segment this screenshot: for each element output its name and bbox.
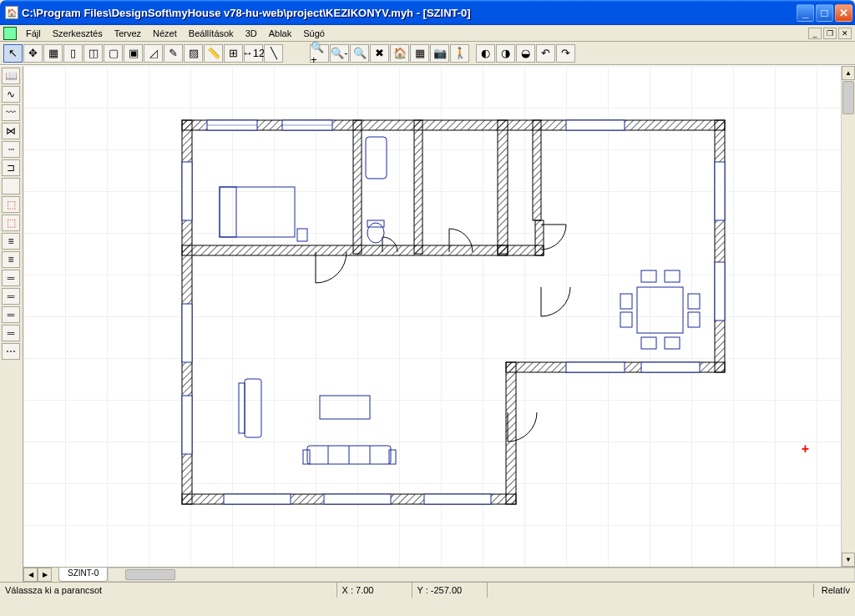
tool-zoom-out[interactable]: 🔍-	[330, 44, 349, 63]
svg-rect-13	[533, 120, 541, 220]
tool-redo[interactable]: ↷	[556, 44, 575, 63]
hscroll-left-button[interactable]: ◀	[23, 568, 38, 582]
menu-window[interactable]: Ablak	[263, 27, 298, 40]
tool-arc1[interactable]: ◐	[476, 44, 495, 63]
svg-rect-35	[245, 379, 261, 437]
tool-column[interactable]: ▯	[63, 44, 83, 63]
side-h1[interactable]: ≡	[2, 233, 20, 250]
svg-rect-46	[665, 270, 680, 282]
horizontal-scrollbar[interactable]	[108, 568, 855, 582]
mdi-minimize-button[interactable]: _	[808, 28, 822, 39]
side-blank[interactable]	[2, 178, 20, 194]
svg-rect-48	[665, 337, 680, 349]
tool-render[interactable]: ▦	[410, 44, 429, 63]
tool-settings[interactable]: ✖	[370, 44, 389, 63]
main-toolbar: ↖ ✥ ▦ ▯ ◫ ▢ ▣ ◿ ✎ ▨ 📏 ⊞ ↔12 ╲ 🔍+ 🔍- 🔍 ✖ …	[0, 42, 855, 65]
tool-arc2[interactable]: ◑	[496, 44, 515, 63]
svg-rect-12	[535, 220, 544, 255]
menu-file[interactable]: Fájl	[20, 27, 47, 40]
side-h6[interactable]: ═	[2, 325, 20, 341]
side-h3[interactable]: ═	[2, 270, 20, 286]
hscroll-thumb[interactable]	[125, 569, 175, 580]
tool-line[interactable]: ╲	[264, 44, 283, 63]
svg-rect-51	[688, 294, 700, 309]
tool-camera[interactable]: 📷	[430, 44, 449, 63]
side-h5[interactable]: ═	[2, 306, 20, 323]
svg-rect-17	[182, 162, 192, 220]
mdi-close-button[interactable]: ✕	[838, 28, 852, 39]
svg-rect-20	[224, 494, 291, 504]
tool-paint[interactable]: ▨	[184, 44, 203, 63]
svg-rect-45	[641, 270, 656, 282]
svg-rect-52	[688, 312, 700, 327]
tool-zoom-in[interactable]: 🔍+	[310, 44, 329, 63]
svg-rect-49	[620, 294, 632, 309]
svg-rect-42	[303, 450, 310, 464]
svg-rect-32	[366, 137, 387, 179]
svg-rect-23	[715, 162, 725, 220]
tool-move[interactable]: ✥	[23, 44, 43, 63]
svg-rect-37	[320, 396, 370, 419]
scroll-up-button[interactable]: ▲	[842, 66, 855, 80]
svg-rect-24	[715, 262, 725, 321]
maximize-button[interactable]: □	[816, 4, 833, 22]
side-curve[interactable]: ∿	[2, 86, 20, 103]
drawing-canvas[interactable]: + ▲ ▼	[23, 66, 855, 567]
hscroll-right-button[interactable]: ▶	[38, 568, 52, 582]
vertical-scrollbar[interactable]: ▲ ▼	[841, 66, 855, 567]
close-button[interactable]: ✕	[835, 4, 852, 22]
app-icon: 🏠	[5, 6, 18, 19]
side-h4[interactable]: ═	[2, 288, 20, 305]
tool-zoom-fit[interactable]: 🔍	[350, 44, 369, 63]
minimize-button[interactable]: _	[797, 4, 814, 22]
tool-window[interactable]: ◫	[83, 44, 103, 63]
side-dash[interactable]: ┄	[2, 141, 20, 158]
tool-rail[interactable]: ⊞	[224, 44, 243, 63]
menu-view[interactable]: Nézet	[147, 27, 183, 40]
side-zigzag[interactable]: 〰	[2, 104, 20, 121]
side-join[interactable]: ⋈	[2, 123, 20, 139]
side-red1[interactable]: ⬚	[2, 196, 20, 213]
menu-help[interactable]: Súgó	[297, 27, 331, 40]
menu-design[interactable]: Tervez	[109, 27, 147, 40]
window-titlebar: 🏠 C:\Program Files\DesignSoft\myHouse v7…	[0, 0, 855, 25]
tool-roof[interactable]: ◿	[144, 44, 163, 63]
tool-wall[interactable]: ▦	[43, 44, 63, 63]
svg-rect-18	[182, 304, 192, 362]
tool-measure[interactable]: 📏	[204, 44, 223, 63]
window-title: C:\Program Files\DesignSoft\myHouse v78-…	[22, 7, 797, 19]
menu-edit[interactable]: Szerkesztés	[47, 27, 109, 40]
svg-rect-43	[389, 450, 396, 464]
svg-rect-50	[620, 312, 632, 327]
svg-rect-26	[641, 362, 700, 372]
tool-3d-view[interactable]: 🏠	[390, 44, 409, 63]
menu-3d[interactable]: 3D	[240, 27, 263, 40]
tool-draw[interactable]: ✎	[164, 44, 183, 63]
tool-undo[interactable]: ↶	[536, 44, 555, 63]
tool-door[interactable]: ▢	[104, 44, 123, 63]
svg-rect-22	[424, 494, 491, 504]
svg-rect-44	[637, 287, 683, 333]
tool-pointer[interactable]: ↖	[3, 44, 23, 63]
side-dots[interactable]: ⋯	[2, 343, 20, 360]
tool-door2[interactable]: ▣	[124, 44, 143, 63]
status-mode: Relatív	[813, 583, 855, 597]
side-red2[interactable]: ⬚	[2, 215, 20, 231]
menu-settings[interactable]: Beállítások	[183, 27, 240, 40]
scroll-down-button[interactable]: ▼	[842, 553, 855, 567]
tool-walkthrough[interactable]: 🚶	[450, 44, 469, 63]
svg-rect-16	[566, 120, 625, 130]
tool-arc3[interactable]: ◒	[516, 44, 535, 63]
side-h2[interactable]: ≡	[2, 251, 20, 268]
status-x: X : 7.00	[337, 583, 412, 598]
sheet-tab[interactable]: SZINT-0	[58, 568, 108, 582]
status-prompt: Válassza ki a parancsot	[0, 583, 337, 598]
mdi-restore-button[interactable]: ❐	[823, 28, 837, 39]
bottom-strip: ◀ ▶ SZINT-0	[23, 567, 855, 582]
vscroll-thumb[interactable]	[842, 81, 854, 114]
tool-dimension[interactable]: ↔12	[244, 44, 263, 63]
svg-rect-25	[566, 362, 625, 372]
svg-rect-10	[414, 120, 422, 254]
side-bracket[interactable]: ⊐	[2, 159, 20, 176]
side-library[interactable]: 📖	[2, 68, 20, 84]
